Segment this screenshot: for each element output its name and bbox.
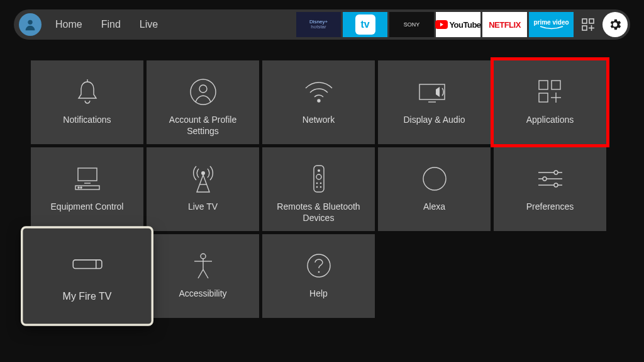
- tile-label: Account & Profile Settings: [147, 115, 259, 137]
- tile-notifications[interactable]: Notifications: [31, 60, 143, 144]
- sliders-icon: [536, 161, 565, 196]
- svg-line-44: [203, 269, 208, 278]
- svg-point-8: [199, 85, 207, 93]
- svg-rect-3: [582, 26, 587, 30]
- nav-apps-button[interactable]: [575, 12, 601, 37]
- svg-point-29: [316, 186, 318, 188]
- youtube-play-icon: [435, 20, 448, 29]
- nav-tile-primevideo[interactable]: prime video: [529, 12, 574, 37]
- tile-display-audio[interactable]: Display & Audio: [378, 60, 491, 144]
- nav-tile-hotstar[interactable]: Disney+ hotstar: [296, 12, 341, 37]
- tile-my-fire-tv[interactable]: My Fire TV: [23, 229, 151, 324]
- svg-point-9: [318, 99, 320, 102]
- profile-circle-icon: [189, 74, 217, 110]
- svg-point-40: [201, 254, 206, 259]
- svg-point-0: [28, 20, 32, 25]
- firetv-stick-icon: [69, 244, 106, 285]
- antenna-icon: [191, 161, 216, 196]
- svg-point-46: [318, 271, 319, 273]
- svg-rect-12: [539, 81, 548, 89]
- svg-point-25: [318, 169, 320, 172]
- gear-icon: [608, 17, 623, 32]
- settings-grid: Notifications Account & Profile Settings…: [31, 60, 644, 318]
- tile-applications[interactable]: Applications: [494, 60, 606, 144]
- tile-label: Notifications: [53, 115, 121, 126]
- svg-line-43: [198, 269, 203, 278]
- svg-point-26: [316, 174, 321, 179]
- svg-rect-17: [78, 168, 97, 181]
- svg-point-36: [543, 177, 547, 181]
- svg-rect-14: [539, 93, 548, 102]
- user-silhouette-icon: [23, 18, 37, 31]
- tile-label: Preferences: [516, 201, 584, 213]
- tile-network[interactable]: Network: [262, 60, 375, 144]
- tile-label: Alexa: [413, 201, 455, 213]
- tile-accessibility[interactable]: Accessibility: [147, 234, 259, 318]
- wifi-icon: [303, 74, 335, 110]
- prime-smile-icon: [539, 26, 564, 30]
- svg-point-27: [316, 183, 318, 184]
- svg-point-45: [308, 254, 330, 277]
- monitor-stack-icon: [73, 161, 102, 196]
- svg-point-35: [554, 171, 558, 174]
- bell-icon: [75, 74, 100, 110]
- svg-point-7: [191, 79, 216, 105]
- tile-label: Applications: [516, 115, 584, 126]
- nav-app-tiles: Disney+ hotstar tv SONY YouTube NETFLIX …: [296, 12, 628, 37]
- svg-rect-2: [589, 19, 594, 23]
- svg-point-30: [319, 186, 321, 188]
- svg-rect-10: [419, 84, 445, 99]
- person-arms-out-icon: [191, 248, 216, 283]
- tile-label: Live TV: [178, 201, 228, 213]
- tile-preferences[interactable]: Preferences: [494, 147, 606, 231]
- tile-label: Remotes & Bluetooth Devices: [262, 201, 375, 223]
- youtube-logo: YouTube: [435, 20, 480, 30]
- nav-link-home[interactable]: Home: [55, 19, 82, 30]
- nav-link-find[interactable]: Find: [101, 19, 121, 30]
- profile-avatar[interactable]: [19, 13, 42, 36]
- svg-point-31: [423, 167, 446, 190]
- tile-label: Accessibility: [169, 288, 236, 300]
- apps-grid-plus-icon: [580, 17, 596, 32]
- svg-rect-38: [73, 260, 102, 269]
- tv-icon: tv: [355, 14, 375, 35]
- tile-label: Display & Audio: [393, 115, 475, 126]
- tile-label: Help: [299, 288, 338, 300]
- tv-speaker-icon: [418, 74, 451, 110]
- nav-link-live[interactable]: Live: [140, 19, 158, 30]
- primevideo-logo: prime video: [533, 20, 569, 26]
- question-circle-icon: [306, 248, 332, 283]
- tile-equipment[interactable]: Equipment Control: [31, 147, 143, 231]
- remote-icon: [311, 161, 326, 196]
- nav-links: Home Find Live: [55, 19, 158, 30]
- nav-settings-button[interactable]: [602, 12, 628, 37]
- alexa-ring-icon: [421, 161, 448, 196]
- svg-rect-13: [552, 81, 560, 89]
- nav-tile-tv[interactable]: tv: [343, 12, 387, 37]
- tile-label: Network: [292, 115, 345, 126]
- tile-alexa[interactable]: Alexa: [378, 147, 491, 231]
- svg-point-20: [78, 187, 79, 188]
- top-nav-bar: Home Find Live Disney+ hotstar tv SONY Y…: [14, 9, 630, 40]
- tile-label: Equipment Control: [41, 201, 134, 213]
- tile-remotes[interactable]: Remotes & Bluetooth Devices: [262, 147, 375, 231]
- svg-point-28: [319, 183, 321, 184]
- tile-label: My Fire TV: [51, 290, 123, 303]
- tile-account[interactable]: Account & Profile Settings: [147, 60, 259, 144]
- nav-tile-netflix[interactable]: NETFLIX: [482, 12, 527, 37]
- tile-live-tv[interactable]: Live TV: [147, 147, 259, 231]
- svg-point-37: [554, 183, 558, 187]
- svg-point-21: [80, 187, 82, 188]
- svg-rect-1: [582, 19, 587, 23]
- nav-tile-sonyliv[interactable]: SONY: [389, 12, 434, 37]
- tile-help[interactable]: Help: [262, 234, 375, 318]
- nav-tile-youtube[interactable]: YouTube: [436, 12, 480, 37]
- apps-grid-plus-icon: [536, 74, 564, 110]
- netflix-logo: NETFLIX: [489, 20, 521, 30]
